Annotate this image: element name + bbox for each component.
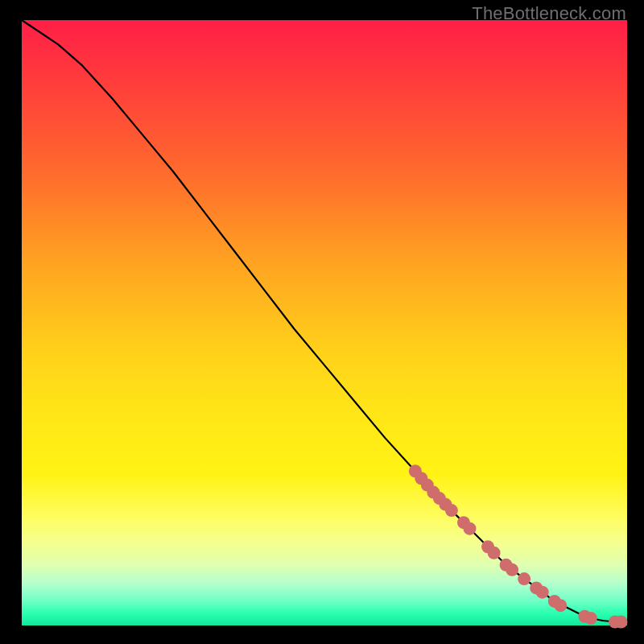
data-marker — [584, 612, 597, 625]
data-marker — [463, 522, 476, 535]
data-marker — [488, 547, 501, 559]
data-marker — [614, 615, 627, 628]
data-marker — [536, 586, 549, 599]
data-marker — [554, 599, 567, 612]
data-marker — [445, 504, 458, 517]
curve-svg — [22, 20, 627, 625]
marker-layer — [409, 464, 628, 628]
plot-area — [22, 20, 627, 625]
data-marker — [506, 564, 518, 576]
data-marker — [518, 572, 530, 585]
chart-frame: TheBottleneck.com — [0, 0, 644, 644]
bottleneck-curve — [22, 20, 627, 621]
